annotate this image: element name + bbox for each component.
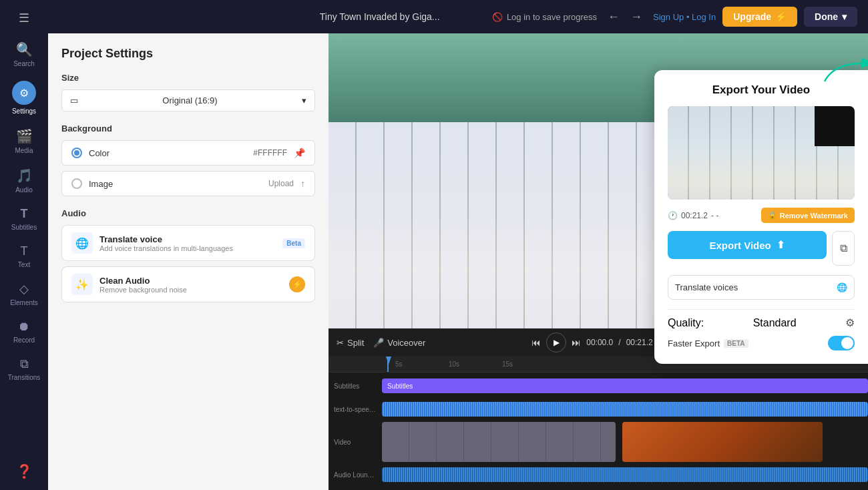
voiceover-label: Voiceover [387,338,425,348]
clean-audio-info: Clean Audio Remove background noise [99,276,282,294]
tts-track-content [382,399,868,420]
done-button[interactable]: Done ▾ [804,7,857,27]
export-copy-button[interactable]: ⧉ [832,231,855,266]
audio-section-label: Audio [61,208,315,218]
image-radio-btn[interactable] [71,178,82,189]
clean-audio-card[interactable]: ✨ Clean Audio Remove background noise ⚡ [61,266,315,302]
lock-icon: 🔒 [768,211,777,220]
sidebar: ☰ 🔍 Search ⚙ Settings 🎬 Media 🎵 Audio T … [0,0,48,490]
color-option-label: Color [89,148,246,158]
sidebar-label-transitions: Transitions [8,374,41,381]
color-radio-btn[interactable] [71,148,82,158]
sidebar-item-audio[interactable]: 🎵 Audio [0,162,48,199]
video-track-label: Video [329,439,382,446]
quality-value: Standard [753,317,797,329]
skip-back-button[interactable]: ⏮ [531,337,541,348]
music-track-row: Audio Lounge Beat 30 Sec.mp3 [329,464,868,485]
chevron-down-icon: ▾ [302,95,306,105]
quality-settings-icon[interactable]: ⚙ [845,316,855,329]
translate-voices-icon: 🌐 [837,282,847,292]
signup-link[interactable]: Sign Up [653,12,684,22]
upload-pin-icon[interactable]: ↑ [300,178,305,189]
upgrade-button[interactable]: Upgrade ⚡ [722,7,797,27]
ruler-mark-5s: 5s [393,360,446,368]
music-audio-clip[interactable] [382,467,868,482]
settings-panel-title: Project Settings [61,47,315,61]
sidebar-label-record: Record [13,336,35,344]
login-link[interactable]: Log In [692,12,716,22]
sidebar-label-settings: Settings [12,107,36,115]
save-progress: 🚫 Log in to save progress [492,12,597,22]
translate-voices-button[interactable]: Translate voices 🌐 [668,275,855,300]
hamburger-icon[interactable]: ☰ [19,11,29,25]
tts-audio-clip[interactable] [382,402,868,417]
clean-audio-icon: ✨ [71,274,93,295]
upload-button[interactable]: Upload [268,179,294,188]
save-progress-text: Log in to save progress [507,12,597,22]
clock-icon: 🕐 [668,211,678,220]
translate-voice-desc: Add voice translations in multi-language… [99,244,276,252]
size-icon: ▭ [70,95,78,105]
play-button[interactable]: ▶ [546,332,566,352]
subtitles-track-content: Subtitles [382,375,868,397]
quality-label: Quality: [668,317,704,329]
sidebar-item-subtitles[interactable]: T Subtitles [0,202,48,236]
split-button[interactable]: ✂ Split [337,338,364,348]
audio-icon: 🎵 [16,168,33,184]
sidebar-item-record[interactable]: ⏺ Record [0,314,48,349]
sidebar-label-audio: Audio [15,186,33,194]
size-select[interactable]: ▭ Original (16:9) ▾ [61,89,315,111]
voiceover-button[interactable]: 🎤 Voiceover [373,338,425,348]
sidebar-item-search[interactable]: 🔍 Search [0,36,48,73]
undo-button[interactable]: ← [604,9,624,25]
export-meta: 🕐 00:21.2 - - 🔒 Remove Watermark [668,208,855,223]
bg-image-option[interactable]: Image Upload ↑ [61,171,315,196]
ruler-mark-0 [339,360,393,368]
subtitles-clip[interactable]: Subtitles [382,379,868,393]
export-panel: Export Your Video 🕐 00:21.2 - - 🔒 Remove… [654,70,868,364]
sidebar-item-text[interactable]: T Text [0,239,48,274]
clean-audio-upgrade-badge[interactable]: ⚡ [289,276,305,292]
signup-login-text[interactable]: Sign Up • Log In [653,12,716,22]
sidebar-label-search: Search [13,60,35,67]
sidebar-item-transitions[interactable]: ⧉ Transitions [0,352,48,387]
lightning-icon: ⚡ [775,11,787,22]
translate-voices-label: Translate voices [675,282,738,292]
separator: • [686,12,692,22]
pin-icon[interactable]: 📌 [294,148,305,158]
video-track-content [382,422,868,462]
translate-voice-name: Translate voice [99,234,276,244]
video-clip-1[interactable] [382,422,616,462]
timeline-tracks: Subtitles Subtitles text-to-speech.mp3 [329,373,868,490]
skip-forward-button[interactable]: ⏭ [572,337,581,348]
ruler-marks: 5s 10s 15s [339,360,553,368]
faster-export-toggle[interactable] [828,336,855,350]
bg-color-option[interactable]: Color #FFFFFF 📌 [61,140,315,166]
duration-suffix: - - [711,211,718,220]
mic-icon: 🎤 [373,338,384,348]
done-label: Done [815,11,838,22]
video-clip-2[interactable] [622,422,823,462]
translate-voice-card[interactable]: 🌐 Translate voice Add voice translations… [61,225,315,261]
sidebar-item-help[interactable]: ❓ [0,458,48,485]
export-duration: 🕐 00:21.2 - - [668,211,718,220]
watermark-label: Remove Watermark [780,212,848,220]
music-waveform [382,467,868,482]
size-value: Original (16:9) [162,95,217,105]
project-title: Tiny Town Invaded by Giga... [275,11,483,22]
remove-watermark-button[interactable]: 🔒 Remove Watermark [761,208,855,223]
faster-export-text: Faster Export [668,338,720,348]
export-video-button[interactable]: Export Video ⬆ [668,231,827,259]
subtitles-icon: T [21,207,28,221]
sidebar-item-media[interactable]: 🎬 Media [0,123,48,160]
sidebar-item-elements[interactable]: ◇ Elements [0,276,48,312]
ruler-mark-15s: 15s [499,360,553,368]
subtitles-track-label: Subtitles [329,383,382,390]
sidebar-top: ☰ [0,5,48,33]
redo-button[interactable]: → [626,9,646,25]
sidebar-label-elements: Elements [10,299,38,306]
duration-value: 00:21.2 [681,211,708,220]
scissors-icon: ✂ [337,338,344,348]
topbar: Tiny Town Invaded by Giga... 🚫 Log in to… [48,0,868,33]
sidebar-item-settings[interactable]: ⚙ Settings [0,75,48,120]
